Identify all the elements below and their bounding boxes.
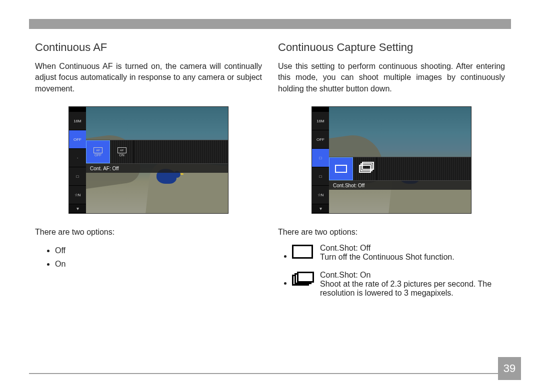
ribbon-caption: Cont. AF: Off (86, 164, 228, 173)
page-number: 39 (498, 357, 521, 380)
option-title: Cont.Shot: Off (320, 244, 454, 253)
option-desc: Shoot at the rate of 2.3 pictures per se… (320, 280, 505, 298)
single-frame-icon (292, 245, 313, 259)
screenshot-continuous-capture: 16M OFF □ □ ☆N ▾ Cont.Shot: Off (312, 106, 472, 214)
ribbon-opt-off: AFOFF (86, 140, 110, 163)
multi-frame-icon (292, 272, 313, 286)
heading-continuous-af: Continuous AF (35, 41, 262, 54)
sidebar-item-5: ☆N (312, 186, 329, 204)
sidebar-arrow-down-icon: ▾ (312, 204, 329, 213)
options-intro-left: There are two options: (35, 228, 262, 237)
menu-sidebar: 16M OFF □ □ ☆N ▾ (312, 107, 329, 213)
sidebar-item-5: ☆N (69, 186, 86, 204)
ribbon-opt-multi (353, 157, 377, 180)
sidebar-item-resolution: 16M (69, 112, 86, 130)
option-title: Cont.Shot: On (320, 271, 505, 280)
options-list-right: Cont.Shot: Off Turn off the Continuous S… (278, 244, 505, 298)
option-cont-shot-off: Cont.Shot: Off Turn off the Continuous S… (292, 244, 505, 262)
ribbon-opt-on: AFON (110, 140, 134, 163)
header-rule (29, 19, 511, 29)
intro-continuous-af: When Continuous AF is turned on, the cam… (35, 61, 262, 94)
sidebar-item-3: · (69, 149, 86, 167)
option-desc: Turn off the Continuous Shot function. (320, 253, 454, 262)
col-continuous-capture: Continuous Capture Setting Use this sett… (278, 41, 505, 307)
footer-rule (29, 373, 511, 374)
sidebar-item-cont-af: OFF (69, 130, 86, 149)
sidebar-item-4: □ (312, 167, 329, 186)
option-ribbon (329, 157, 471, 181)
sidebar-arrow-down-icon: ▾ (69, 204, 86, 213)
options-list-left: Off On (35, 244, 262, 271)
options-intro-right: There are two options: (278, 228, 505, 237)
sidebar-item-cont-shot: □ (312, 149, 329, 167)
option-cont-shot-on: Cont.Shot: On Shoot at the rate of 2.3 p… (292, 271, 505, 298)
heading-continuous-capture: Continuous Capture Setting (278, 41, 505, 54)
option-ribbon: AFOFF AFON (86, 140, 228, 164)
sidebar-item-4: □ (69, 167, 86, 186)
ribbon-caption: Cont.Shot: Off (329, 181, 471, 190)
sidebar-item-resolution: 16M (312, 112, 329, 130)
col-continuous-af: Continuous AF When Continuous AF is turn… (35, 41, 262, 307)
option-off: Off (55, 244, 262, 257)
menu-sidebar: 16M OFF · □ ☆N ▾ (69, 107, 86, 213)
screenshot-continuous-af: 16M OFF · □ ☆N ▾ AFOFF AFON Cont. AF: Of… (68, 106, 228, 214)
page-body: Continuous AF When Continuous AF is turn… (35, 41, 505, 307)
intro-continuous-capture: Use this setting to perform continuous s… (278, 61, 505, 94)
option-on: On (55, 257, 262, 271)
sidebar-item-2: OFF (312, 130, 329, 149)
ribbon-opt-single (329, 157, 353, 180)
